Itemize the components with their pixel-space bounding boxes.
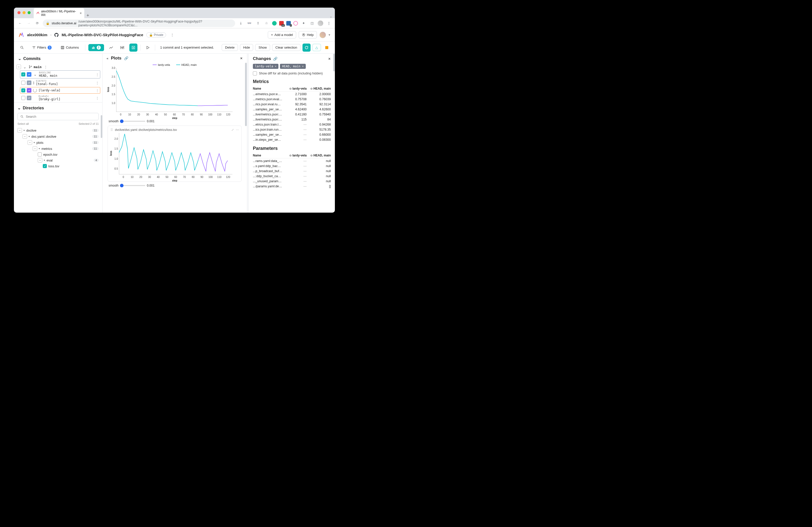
selected-count: Selected 2 of 11 — [78, 122, 99, 125]
parallel-icon[interactable] — [118, 44, 126, 52]
smooth-slider[interactable] — [120, 185, 145, 186]
breadcrumb-repo[interactable]: ML-Pipeline-With-DVC-SkyPilot-HuggingFac… — [61, 33, 143, 37]
commit-row[interactable]: ∥6187973[tonal-funs]⋮ — [20, 79, 100, 87]
scrollbar[interactable] — [101, 115, 102, 138]
branch-row[interactable]: − ⌄ main ⋮ — [16, 63, 100, 70]
chart-mode-button[interactable]: 2 — [88, 44, 104, 51]
chevron-down-icon[interactable]: ⌄ — [33, 72, 38, 77]
branch-kebab[interactable]: ⋮ — [44, 65, 47, 69]
back-button[interactable]: ← — [17, 20, 23, 26]
user-menu-caret[interactable]: ▾ — [329, 33, 330, 37]
tree-leaf[interactable]: epoch.tsv — [17, 152, 99, 157]
ext-puzzle-icon[interactable]: ✦ — [301, 20, 306, 26]
link-icon[interactable]: 🔗 — [273, 57, 277, 61]
sidepanel-icon[interactable]: ◫ — [309, 20, 315, 26]
search-input[interactable] — [17, 113, 99, 120]
address-bar[interactable]: 🔒 studio.iterative.ai/user/alex000kim/pr… — [43, 19, 235, 27]
remove-tag[interactable]: × — [275, 64, 276, 68]
delete-button[interactable]: Delete — [222, 44, 238, 51]
search-field[interactable] — [26, 115, 96, 118]
pin-icon[interactable]: ⊖ — [310, 87, 313, 90]
commit-checkbox[interactable] — [21, 96, 25, 100]
more-icon[interactable]: ⋯ — [236, 128, 239, 132]
help-button[interactable]: ⦿ Help — [299, 31, 317, 39]
header-kebab[interactable]: ⋮ — [169, 32, 175, 38]
tabs-dropdown[interactable]: ⌄ — [330, 14, 332, 18]
search-icon[interactable] — [18, 44, 26, 52]
tree-node[interactable]: −▾metrics11 — [17, 146, 99, 152]
chrome-menu[interactable]: ⋮ — [326, 20, 332, 26]
show-diff-checkbox[interactable] — [253, 71, 257, 75]
chevron-down-icon[interactable]: ⌄ — [18, 56, 21, 61]
table-row: ...live/metrics.json:step11584 — [253, 117, 331, 122]
minimize-window[interactable] — [23, 11, 26, 14]
smooth-slider[interactable] — [120, 121, 145, 122]
commit-row[interactable]: ✓⌄BASELINEHEAD, main⋮ — [20, 70, 100, 78]
export-icon[interactable] — [129, 44, 137, 52]
tree-node[interactable]: −▾eval4 — [17, 157, 99, 163]
collapse-icon[interactable]: « — [106, 56, 108, 60]
forward-button[interactable]: → — [26, 20, 32, 26]
link-icon[interactable]: 🔗 — [124, 56, 128, 60]
directories-panel: ⌄ Directories Select all Selected 2 of 1… — [14, 102, 102, 213]
close-icon[interactable]: ✕ — [240, 56, 243, 60]
commit-checkbox[interactable] — [21, 81, 25, 85]
expand-icon[interactable]: ⤢ — [231, 128, 234, 132]
commit-checkbox[interactable]: ✓ — [21, 72, 25, 76]
breadcrumb-user[interactable]: alex000kim — [27, 33, 47, 37]
close-icon[interactable]: ✕ — [328, 57, 331, 61]
tag-icon[interactable] — [323, 44, 331, 52]
tree-leaf[interactable]: ✓loss.tsv — [17, 163, 99, 169]
commit-kebab[interactable]: ⋮ — [96, 89, 99, 92]
new-tab-button[interactable]: + — [84, 13, 91, 18]
pin-icon[interactable]: ⊖ — [289, 87, 292, 90]
download-icon[interactable]: ⤓ — [238, 20, 244, 26]
collapse-icon[interactable]: − — [16, 64, 21, 69]
commit-checkbox[interactable]: ✓ — [21, 88, 25, 92]
params-table-head: Name ⊖lardy-vela ⊖HEAD, main — [253, 152, 331, 159]
ext-red[interactable]: 68 — [279, 21, 284, 26]
play-icon[interactable] — [144, 44, 152, 52]
profile-avatar[interactable] — [318, 20, 323, 26]
commit-kebab[interactable]: ⋮ — [96, 81, 99, 85]
tab-close[interactable]: × — [80, 11, 82, 15]
refresh-icon[interactable] — [303, 44, 310, 52]
ext-circle[interactable] — [293, 21, 298, 26]
commit-label: 6187973[tonal-funs] — [36, 80, 58, 86]
columns-button[interactable]: Columns — [58, 44, 82, 50]
clear-selection-button[interactable]: Clear selection — [272, 44, 301, 51]
ext-blue[interactable]: 3 — [286, 21, 291, 26]
filters-button[interactable]: Filters 1 — [29, 44, 55, 51]
drag-handle-icon[interactable]: ⠿ — [110, 128, 113, 132]
commit-row[interactable]: 8ca6a5c[braky-girl]⋮ — [20, 94, 100, 102]
close-window[interactable] — [17, 11, 20, 14]
chevron-down-icon[interactable]: ⌄ — [23, 64, 27, 69]
add-model-button[interactable]: + Add a model — [268, 31, 296, 39]
delta-icon[interactable]: △ — [313, 44, 321, 51]
incognito-icon[interactable]: 👓 — [246, 20, 252, 26]
pin-icon[interactable]: ⊖ — [310, 154, 313, 157]
show-button[interactable]: Show — [255, 44, 270, 51]
commit-kebab[interactable]: ⋮ — [96, 96, 99, 100]
tree-node[interactable]: −▾dvclive11 — [17, 127, 99, 133]
ext-grammarly[interactable] — [272, 21, 277, 26]
scrollbar[interactable] — [333, 54, 335, 71]
share-icon[interactable]: ⇪ — [255, 20, 261, 26]
table-row: ...ics.json:train.runtime—5178.35 — [253, 127, 331, 132]
reload-button[interactable]: ⟳ — [34, 20, 40, 26]
commit-row[interactable]: ✓[lardy-vela]⋮ — [20, 87, 100, 94]
remove-tag[interactable]: × — [302, 64, 304, 68]
pin-icon[interactable]: ⊖ — [289, 154, 292, 157]
user-avatar[interactable] — [319, 32, 326, 38]
tree-node[interactable]: −▾dvc.yaml::dvclive11 — [17, 133, 99, 140]
chevron-down-icon[interactable]: ⌄ — [17, 105, 21, 111]
hide-button[interactable]: Hide — [240, 44, 253, 51]
tree-node[interactable]: −▾plots11 — [17, 140, 99, 146]
star-icon[interactable]: ☆ — [263, 20, 270, 26]
select-all[interactable]: Select all — [17, 122, 29, 125]
maximize-window[interactable] — [28, 11, 31, 14]
commit-kebab[interactable]: ⋮ — [96, 73, 99, 76]
scrollbar[interactable] — [245, 63, 247, 126]
browser-tab[interactable]: alex000kim / ML-Pipeline-Wit × — [34, 8, 84, 18]
trend-icon[interactable] — [107, 44, 115, 52]
